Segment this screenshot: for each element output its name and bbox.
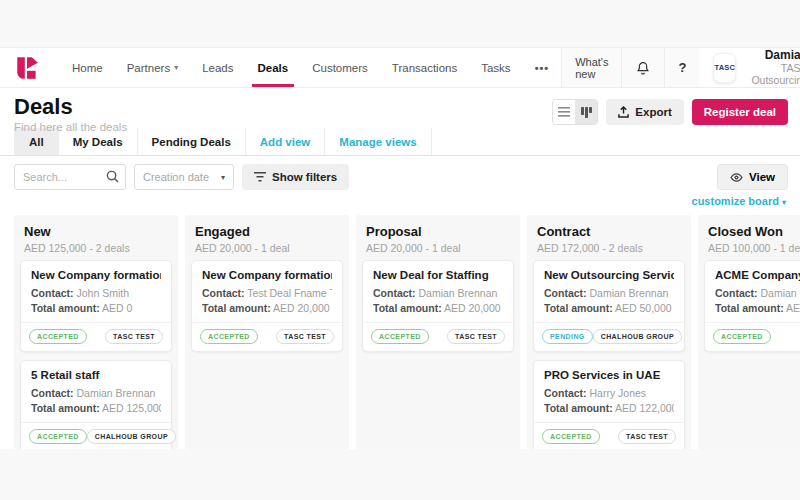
deal-card-footer: ACCEPTED CHALHOUB GROUP: [21, 422, 171, 449]
contact-value: Test Deal Fname Test Deal...: [247, 287, 332, 299]
deal-title: New Company formation in KSA: [202, 269, 332, 281]
column-summary: AED 100,000 - 1 deal: [708, 242, 800, 254]
kanban-view-button[interactable]: [575, 100, 597, 124]
deal-card[interactable]: New Deal for Staffing Contact: Damian Br…: [362, 260, 514, 352]
whats-new-button[interactable]: What's new: [561, 48, 621, 87]
user-menu[interactable]: TASC Damian TASC Outsourcing ▾: [699, 48, 800, 87]
nav-item-deals[interactable]: Deals: [246, 48, 301, 87]
kanban-board: New AED 125,000 - 2 deals New Company fo…: [0, 209, 800, 449]
deal-card-body: ACME Company Contact: Damian Brennan Tot…: [705, 261, 800, 322]
column-title: Closed Won: [708, 224, 800, 239]
deal-contact-line: Contact: Damian Brennan: [373, 286, 503, 301]
column-title: Contract: [537, 224, 681, 239]
kanban-icon: [581, 107, 592, 118]
column-header: Closed Won AED 100,000 - 1 deal: [698, 215, 800, 260]
contact-value: Damian Brennan: [419, 287, 498, 299]
view-button[interactable]: View: [717, 164, 788, 190]
nav-more-button[interactable]: •••: [523, 48, 562, 87]
deal-card-footer: ACCEPTED TASC TEST: [21, 322, 171, 351]
creation-date-select[interactable]: Creation date ▾: [134, 164, 234, 190]
column-summary: AED 20,000 - 1 deal: [366, 242, 510, 254]
status-badge: PENDING: [542, 329, 593, 344]
show-filters-button[interactable]: Show filters: [242, 164, 349, 190]
filter-icon: [254, 172, 266, 182]
top-navbar: Home Partners ▾ Leads Deals Customers Tr…: [0, 47, 800, 88]
deal-amount-line: Total amount: AED 100,000: [715, 301, 800, 316]
register-deal-button[interactable]: Register deal: [692, 99, 788, 125]
deal-title: New Deal for Staffing: [373, 269, 503, 281]
view-toggle: [552, 99, 598, 125]
list-icon: [558, 107, 570, 117]
contact-label: Contact:: [202, 287, 245, 299]
tab-label: All: [29, 136, 44, 148]
nav-item-customers[interactable]: Customers: [300, 48, 380, 87]
column-cards: ACME Company Contact: Damian Brennan Tot…: [698, 260, 800, 352]
board-column-contract: Contract AED 172,000 - 2 deals New Outso…: [527, 215, 691, 449]
status-badge: ACCEPTED: [713, 329, 771, 344]
deal-card[interactable]: New Outsourcing Service Contact: Damian …: [533, 260, 685, 352]
search-wrap: [14, 164, 126, 190]
deal-amount-line: Total amount: AED 0: [31, 301, 161, 316]
deal-card-footer: PENDING CHALHOUB GROUP: [534, 322, 684, 351]
nav-item-home[interactable]: Home: [60, 48, 115, 87]
column-cards: New Company formation in KSA Contact: Te…: [185, 260, 349, 352]
column-cards: New Outsourcing Service Contact: Damian …: [527, 260, 691, 449]
amount-value: AED 50,000: [615, 302, 672, 314]
deal-card[interactable]: New Company formation in KSA Contact: Jo…: [20, 260, 172, 352]
export-button[interactable]: Export: [606, 99, 683, 125]
contact-label: Contact:: [715, 287, 758, 299]
help-button[interactable]: ?: [664, 48, 699, 87]
amount-value: AED 100,000: [786, 302, 800, 314]
tag-badge: TASC TEST: [447, 329, 505, 344]
nav-item-transactions[interactable]: Transactions: [380, 48, 469, 87]
column-title: Engaged: [195, 224, 339, 239]
nav-item-partners[interactable]: Partners ▾: [115, 48, 190, 87]
chevron-down-icon: ▾: [782, 198, 786, 207]
nav-item-tasks[interactable]: Tasks: [469, 48, 522, 87]
status-badge: ACCEPTED: [29, 429, 87, 444]
show-filters-label: Show filters: [272, 171, 337, 183]
nav-item-leads[interactable]: Leads: [190, 48, 245, 87]
deal-card-body: PRO Services in UAE Contact: Harry Jones…: [534, 361, 684, 422]
customize-board-link[interactable]: customize board ▾: [0, 190, 800, 209]
status-badge: ACCEPTED: [371, 329, 429, 344]
eye-icon: [730, 173, 743, 182]
deal-title: New Outsourcing Service: [544, 269, 674, 281]
contact-value: John Smith: [77, 287, 130, 299]
amount-label: Total amount:: [202, 302, 271, 314]
amount-value: AED 20,000: [444, 302, 501, 314]
list-view-button[interactable]: [553, 100, 575, 124]
deal-card[interactable]: ACME Company Contact: Damian Brennan Tot…: [704, 260, 800, 352]
notifications-button[interactable]: [621, 48, 664, 87]
deal-contact-line: Contact: Test Deal Fname Test Deal...: [202, 286, 332, 301]
amount-label: Total amount:: [544, 402, 613, 414]
brand-logo[interactable]: [0, 48, 50, 87]
contact-label: Contact:: [373, 287, 416, 299]
nav-item-label: Partners: [127, 62, 170, 74]
org-logo: TASC: [713, 53, 736, 83]
column-header: Contract AED 172,000 - 2 deals: [527, 215, 691, 260]
export-label: Export: [635, 106, 671, 118]
deal-card[interactable]: 5 Retail staff Contact: Damian Brennan T…: [20, 360, 172, 449]
view-label: View: [749, 171, 775, 183]
column-cards: New Company formation in KSA Contact: Jo…: [14, 260, 178, 449]
page-header: Deals Find here all the deals: [0, 88, 800, 128]
nav-items: Home Partners ▾ Leads Deals Customers Tr…: [60, 48, 523, 87]
tab-label: My Deals: [73, 136, 123, 148]
deal-contact-line: Contact: John Smith: [31, 286, 161, 301]
nav-item-label: Customers: [312, 62, 368, 74]
tag-badge: TASC TEST: [276, 329, 334, 344]
chevron-down-icon: ▾: [174, 63, 178, 72]
column-summary: AED 20,000 - 1 deal: [195, 242, 339, 254]
column-header: Engaged AED 20,000 - 1 deal: [185, 215, 349, 260]
contact-label: Contact:: [544, 387, 587, 399]
amount-value: AED 0: [102, 302, 132, 314]
board-column-closed-won: Closed Won AED 100,000 - 1 deal ACME Com…: [698, 215, 800, 449]
column-summary: AED 172,000 - 2 deals: [537, 242, 681, 254]
amount-value: AED 125,000: [102, 402, 161, 414]
deal-card[interactable]: PRO Services in UAE Contact: Harry Jones…: [533, 360, 685, 449]
nav-item-label: Deals: [258, 62, 289, 74]
deal-card[interactable]: New Company formation in KSA Contact: Te…: [191, 260, 343, 352]
user-name: Damian: [744, 49, 800, 63]
deal-card-body: New Company formation in KSA Contact: Te…: [192, 261, 342, 322]
